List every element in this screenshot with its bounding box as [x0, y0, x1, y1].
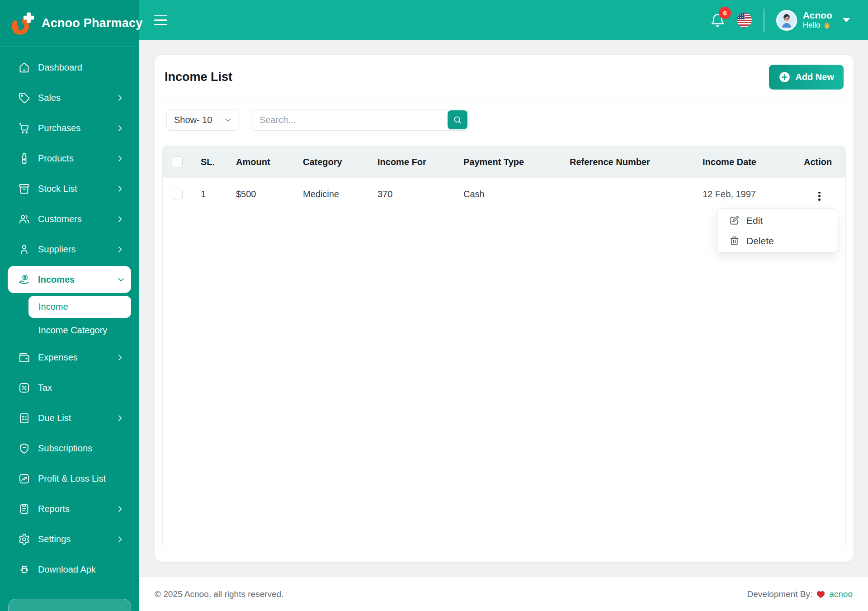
- app-root: Acnoo Pharmacy DashboardSalesPurchasesPr…: [0, 0, 868, 611]
- chevron-right-icon: [116, 246, 124, 253]
- chevron-down-icon: [224, 116, 232, 124]
- sidebar-item-label: Incomes: [38, 275, 117, 285]
- main-column: 6: [139, 0, 868, 611]
- column-header-sl: SL.: [192, 146, 227, 178]
- magnifier-icon: [453, 115, 462, 125]
- chevron-right-icon: [116, 185, 124, 193]
- user-text: Acnoo Hello: [803, 10, 832, 30]
- action-delete[interactable]: Delete: [717, 231, 837, 251]
- page-title: Income List: [165, 70, 232, 84]
- income-table: SL.AmountCategoryIncome ForPayment TypeR…: [162, 146, 846, 546]
- notifications-button[interactable]: 6: [710, 12, 725, 28]
- sidebar-item-label: Subscriptions: [38, 443, 124, 454]
- sidebar-item-label: Profit & Loss List: [38, 474, 124, 484]
- sidebar-item-expenses[interactable]: Expenses: [0, 342, 139, 373]
- action-label: Delete: [746, 236, 774, 246]
- sidebar-item-incomes[interactable]: Incomes: [8, 266, 131, 293]
- android-icon: [18, 564, 30, 576]
- action-label: Edit: [746, 215, 763, 226]
- chevron-right-icon: [116, 124, 124, 132]
- chart-box-icon: [18, 473, 30, 485]
- column-header-category: Category: [294, 146, 368, 178]
- row-checkbox[interactable]: [172, 189, 183, 199]
- sidebar-item-suppliers[interactable]: Suppliers: [0, 234, 139, 265]
- column-header-income-for: Income For: [368, 146, 454, 178]
- sidebar-item-dashboard[interactable]: Dashboard: [0, 52, 139, 83]
- brand-logo-icon: [10, 11, 36, 36]
- sidebar-item-download-apk[interactable]: Download Apk: [0, 554, 139, 585]
- chevron-right-icon: [116, 505, 124, 513]
- sidebar-subitem-income-category[interactable]: Income Category: [0, 318, 139, 342]
- action-edit[interactable]: Edit: [717, 210, 837, 231]
- sidebar-item-label: Stock List: [38, 184, 116, 194]
- card-header: Income List Add New: [155, 55, 854, 99]
- sidebar-item-stock-list[interactable]: Stock List: [0, 174, 139, 204]
- sidebar-subitem-income[interactable]: Income: [28, 296, 131, 318]
- user-menu[interactable]: Acnoo Hello: [776, 10, 850, 31]
- column-header-payment-type: Payment Type: [454, 146, 561, 178]
- sidebar-item-purchases[interactable]: Purchases: [0, 113, 139, 143]
- sidebar-item-label: Purchases: [38, 123, 116, 133]
- cell-reference-number: [561, 178, 693, 210]
- table-controls: Show- 10: [155, 99, 854, 131]
- copyright-text: © 2025 Acnoo, all rights reserved.: [155, 589, 283, 599]
- hamburger-menu-button[interactable]: [151, 13, 170, 28]
- heart-icon: [816, 590, 826, 598]
- home-icon: [18, 62, 30, 74]
- column-header-income-date: Income Date: [693, 146, 795, 178]
- cell-income-date: 12 Feb, 1997: [693, 178, 795, 210]
- show-entries-select[interactable]: Show- 10: [166, 109, 240, 131]
- sidebar-item-label: Due List: [38, 413, 116, 423]
- sidebar-item-settings[interactable]: Settings: [0, 524, 139, 554]
- sidebar-item-products[interactable]: Products: [0, 143, 139, 174]
- cell-sl: 1: [192, 178, 227, 210]
- search-input[interactable]: [251, 115, 448, 125]
- chevron-right-icon: [116, 354, 124, 361]
- cell-amount: $500: [227, 178, 294, 210]
- percent-badge-icon: [18, 382, 30, 394]
- sidebar-item-reports[interactable]: Reports: [0, 494, 139, 524]
- us-flag-icon[interactable]: [737, 13, 752, 28]
- kebab-vertical-icon[interactable]: [816, 190, 822, 203]
- plus-circle-icon: [778, 71, 791, 83]
- chevron-down-icon: [117, 276, 125, 284]
- top-header: 6: [139, 0, 868, 40]
- sidebar-item-customers[interactable]: Customers: [0, 204, 139, 234]
- sidebar-item-label: Sales: [38, 93, 116, 103]
- chevron-right-icon: [116, 155, 124, 162]
- brand-name: Acnoo Pharmacy: [42, 16, 142, 30]
- cell-category: Medicine: [294, 178, 368, 210]
- search-button[interactable]: [448, 110, 467, 129]
- sidebar-bottom-panel: [8, 599, 131, 611]
- archive-icon: [18, 183, 30, 195]
- developed-by: Development By: acnoo: [747, 589, 853, 599]
- sidebar-item-subscriptions[interactable]: Subscriptions: [0, 433, 139, 464]
- gear-icon: [18, 533, 30, 545]
- sidebar-item-label: Settings: [38, 534, 116, 545]
- add-new-button[interactable]: Add New: [769, 65, 844, 90]
- footer: © 2025 Acnoo, all rights reserved. Devel…: [139, 577, 868, 611]
- column-header-amount: Amount: [227, 146, 294, 178]
- sidebar-item-tax[interactable]: Tax: [0, 373, 139, 403]
- sidebar-item-profit-loss-list[interactable]: Profit & Loss List: [0, 464, 139, 494]
- developer-link[interactable]: acnoo: [829, 589, 853, 599]
- header-divider: [764, 9, 764, 32]
- tag-icon: [18, 92, 30, 104]
- sidebar-item-label: Download Apk: [38, 564, 124, 575]
- users-icon: [18, 213, 30, 225]
- cart-icon: [18, 122, 30, 134]
- bottle-icon: [18, 152, 30, 165]
- chevron-right-icon: [116, 414, 124, 422]
- sidebar-item-label: Suppliers: [38, 244, 116, 255]
- column-header-action: Action: [795, 146, 846, 178]
- select-all-checkbox[interactable]: [172, 156, 183, 167]
- brand[interactable]: Acnoo Pharmacy: [0, 0, 139, 47]
- chevron-right-icon: [116, 94, 124, 102]
- sidebar: Acnoo Pharmacy DashboardSalesPurchasesPr…: [0, 0, 139, 611]
- chevron-down-icon: [843, 18, 850, 22]
- sidebar-item-due-list[interactable]: Due List: [0, 403, 139, 433]
- sidebar-item-label: Customers: [38, 214, 116, 224]
- chevron-right-icon: [116, 535, 124, 543]
- sidebar-item-sales[interactable]: Sales: [0, 83, 139, 113]
- sidebar-item-label: Reports: [38, 504, 116, 514]
